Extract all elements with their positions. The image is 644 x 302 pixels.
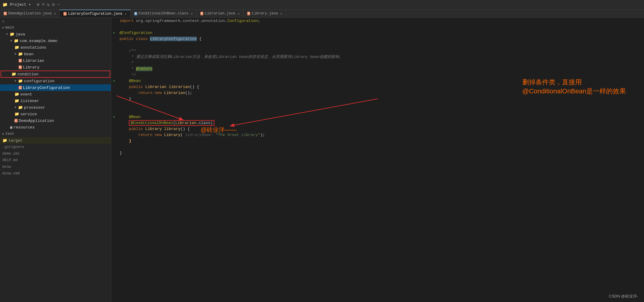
sidebar-item-mvnw-cmd[interactable]: mvnw.cmd [0, 170, 111, 177]
dropdown-arrow[interactable]: ▼ [29, 3, 31, 7]
sidebar-item-target[interactable]: 📁 target [0, 137, 111, 144]
tab-close-cob[interactable]: ✕ [191, 12, 193, 16]
code-line-at-config: @Configuration [120, 30, 641, 36]
toolbar-minus-icon[interactable]: — [57, 2, 60, 7]
sidebar-item-service[interactable]: 📁 service [0, 111, 111, 117]
toolbar-sort-icon[interactable]: ⇅ [47, 2, 50, 8]
gm-15 [111, 102, 117, 108]
librarian-label: Librarian [23, 59, 44, 63]
annotations-folder-icon: 📁 [14, 45, 19, 50]
sidebar-item-gitignore[interactable]: .gitignore [0, 144, 111, 150]
tab-icon-cob: C [134, 12, 137, 15]
bean-label: bean [24, 52, 33, 56]
toolbar-list-icon[interactable]: ≡ [42, 2, 44, 7]
tabs-bar: C DemoApplication.java ✕ C LibraryConfig… [0, 10, 644, 18]
code-line-javadoc-close: */ [120, 72, 641, 78]
editor-wrapper: ⬥ ⬥ ⬥ [111, 18, 644, 302]
sidebar-item-com-example-demo[interactable]: ▼ 📁 com.example.demo [0, 38, 111, 44]
help-md-label: HELP.md [2, 158, 17, 162]
sidebar-item-test[interactable]: ▶ test [0, 131, 111, 137]
com-example-chevron: ▼ [10, 39, 12, 43]
tab-librarian[interactable]: C Librarian.java ✕ [197, 10, 244, 17]
main-section-icon: ▶ [2, 26, 4, 29]
tab-label-library: Library.java [252, 11, 278, 16]
tab-label-librarian: Librarian.java [205, 11, 235, 16]
service-folder-icon: 📁 [14, 112, 19, 116]
sidebar-item-main[interactable]: ▶ main [0, 24, 111, 31]
configuration-label: configuration [24, 79, 54, 83]
tab-label-demo: DemoApplication.java [8, 11, 52, 16]
gm-11: ⬥ [111, 78, 117, 84]
sidebar-item-listener[interactable]: 📁 listener [0, 98, 111, 104]
libconfig-label: LibraryConfiguration [23, 86, 70, 90]
resources-icon: ▦ [10, 125, 12, 130]
main-section-label: main [5, 26, 14, 30]
toolbar-add-icon[interactable]: ⊕ [37, 2, 39, 8]
tab-icon-demo: C [4, 12, 7, 15]
code-line-at-bean-2: @Bean [120, 114, 641, 120]
gm-19 [111, 126, 117, 132]
test-label: test [5, 132, 14, 136]
sidebar-item-help-md[interactable]: HELP.md [0, 157, 111, 164]
code-line-blank2 [120, 42, 641, 48]
sidebar-item-mvnw[interactable]: mvnw [0, 164, 111, 170]
sidebar-item-event[interactable]: 📁 event [0, 91, 111, 98]
sidebar-item-demo-application[interactable]: C DemoApplication [0, 117, 111, 124]
project-label[interactable]: Project [10, 2, 26, 7]
toolbar-gear-icon[interactable]: ⚙ [52, 2, 55, 8]
sidebar-item-bean[interactable]: ▼ 📁 bean [0, 51, 111, 57]
target-label: target [8, 138, 23, 143]
sidebar-item-annotations[interactable]: 📁 annotations [0, 44, 111, 51]
gm-2 [111, 24, 117, 30]
tab-label-libconfig: LibraryConfiguration.java [68, 12, 122, 16]
tab-library[interactable]: C Library.java ✕ [244, 10, 286, 17]
sidebar-item-library[interactable]: C Library [0, 64, 111, 71]
code-line-cn-comment: * 通过注释或取消注释Librarian方法，来改变Librarian bean… [120, 54, 641, 60]
code-line-blank3 [120, 102, 641, 108]
watermark: CSDN @砖业洋- [609, 294, 638, 299]
gm-20 [111, 132, 117, 138]
sidebar-breadcrumb-c: c [0, 19, 111, 24]
code-line-close-librarian: } [120, 96, 641, 102]
gm-23 [111, 150, 117, 156]
sidebar-item-librarian[interactable]: C Librarian [0, 57, 111, 64]
tab-library-config[interactable]: C LibraryConfiguration.java ✕ [60, 10, 130, 17]
event-label: event [20, 92, 32, 97]
tab-conditional-on-bean[interactable]: C ConditionalOnBean.class ✕ [131, 10, 197, 17]
mvnw-label: mvnw [2, 165, 11, 169]
sidebar-item-library-configuration[interactable]: C LibraryConfiguration [0, 84, 111, 91]
mvnw-cmd-label: mvnw.cmd [2, 171, 20, 176]
code-line-close-class: } [120, 150, 641, 156]
gm-1 [111, 18, 117, 24]
sidebar-item-demo-iml[interactable]: demo.iml [0, 150, 111, 157]
tab-close-demo[interactable]: ✕ [54, 12, 56, 16]
sidebar-item-condition[interactable]: 📁 condition [1, 71, 110, 78]
code-line-library-method: public Library library() { [120, 126, 641, 132]
demo-label: DemoApplication [19, 119, 54, 123]
code-line-blank1 [120, 24, 641, 30]
code-line-at-bean-1: @Bean [120, 78, 641, 84]
sidebar-item-configuration[interactable]: ▼ 📁 configuration [0, 78, 111, 84]
tab-close-librarian[interactable]: ✕ [238, 12, 240, 16]
condition-label: condition [17, 72, 38, 77]
tab-demo-application[interactable]: C DemoApplication.java ✕ [0, 10, 60, 17]
code-line-javadoc-star: * [120, 60, 641, 66]
code-line-blank5 [120, 144, 641, 150]
tab-close-library[interactable]: ✕ [280, 12, 282, 16]
sidebar-item-processor[interactable]: ▼ 📁 processor [0, 104, 111, 111]
code-line-at-return: * @return [120, 66, 641, 72]
gm-3: ⬥ [111, 30, 117, 36]
configuration-folder-icon: 📁 [18, 79, 23, 83]
gm-4 [111, 36, 117, 42]
gm-21 [111, 138, 117, 144]
sidebar-item-resources[interactable]: ▦ resources [0, 124, 111, 131]
code-line-conditional-on-bean: @ConditionalOnBean(Librarian.class) [120, 120, 641, 126]
sidebar-item-java[interactable]: ▼ 📁 java [0, 31, 111, 38]
gm-6 [111, 48, 117, 54]
code-content[interactable]: import org.springframework.context.annot… [117, 18, 644, 302]
code-line-close-library: } [120, 138, 641, 144]
com-example-label: com.example.demo [20, 39, 57, 43]
tab-label-cob: ConditionalOnBean.class [139, 11, 189, 16]
folder-icon-toolbar: 📁 [2, 2, 8, 7]
tab-close-libconfig[interactable]: ✕ [125, 12, 127, 16]
